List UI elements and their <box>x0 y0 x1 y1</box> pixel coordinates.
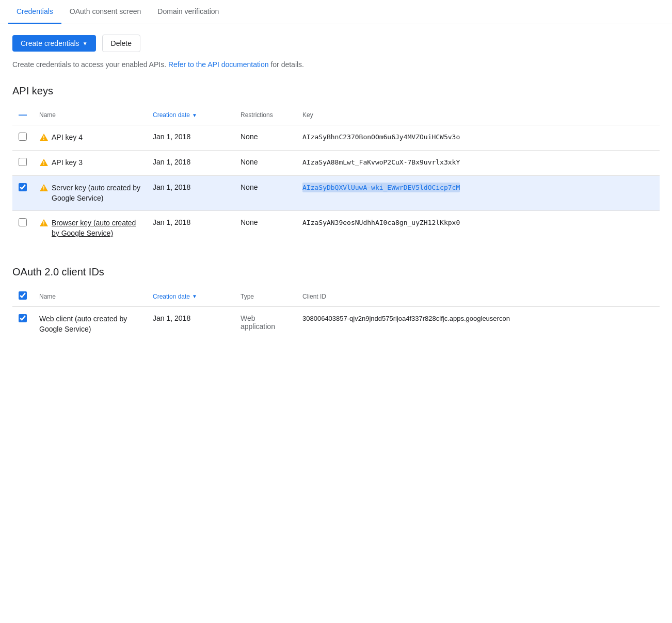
row-name-cell: ! API key 3 <box>33 151 147 176</box>
row-checkbox[interactable] <box>19 314 27 322</box>
warning-icon: ! <box>39 158 49 168</box>
row-check-cell <box>12 211 33 246</box>
oauth-header-checkbox[interactable] <box>19 291 27 300</box>
description-suffix: for details. <box>270 60 304 69</box>
row-check-cell <box>12 125 33 151</box>
api-keys-header-check: — <box>12 105 33 125</box>
oauth-header-check <box>12 286 33 307</box>
row-restrictions-cell: None <box>234 125 296 151</box>
row-key-cell: AIzaSyBhnC2370BonOOm6u6Jy4MVZOuiHCW5v3o <box>296 125 660 151</box>
svg-text:!: ! <box>43 186 44 191</box>
warning-icon: ! <box>39 184 49 193</box>
api-keys-header-restrictions: Restrictions <box>234 105 296 125</box>
sort-creation-date-oauth[interactable]: Creation date ▼ <box>153 293 197 300</box>
row-checkbox[interactable] <box>19 183 27 191</box>
row-restrictions-cell: None <box>234 151 296 176</box>
sort-creation-date[interactable]: Creation date ▼ <box>153 111 197 119</box>
key-name: API key 4 <box>52 133 83 143</box>
row-type-cell: Web application <box>234 307 296 342</box>
key-name: Server key (auto created by Google Servi… <box>52 183 140 203</box>
table-row: Web client (auto created by Google Servi… <box>12 307 660 342</box>
key-name: Browser key (auto created by Google Serv… <box>52 218 140 238</box>
row-checkbox[interactable] <box>19 158 27 166</box>
create-credentials-label: Create credentials <box>21 39 79 47</box>
row-check-cell <box>12 176 33 211</box>
api-keys-header-name: Name <box>33 105 147 125</box>
row-key-cell: AIzaSyDbQXVlUuwA-wki_EWwrDEV5ldOCicp7cM <box>296 176 660 211</box>
row-name-cell: Web client (auto created by Google Servi… <box>33 307 147 342</box>
row-restrictions-cell: None <box>234 211 296 246</box>
row-restrictions-cell: None <box>234 176 296 211</box>
description-text: Create credentials to access your enable… <box>12 60 660 69</box>
tab-credentials[interactable]: Credentials <box>8 0 61 24</box>
table-row: ! API key 4 Jan 1, 2018 None AIzaSyBhnC2… <box>12 125 660 151</box>
row-name-cell: ! Browser key (auto created by Google Se… <box>33 211 147 246</box>
client-name: Web client (auto created by Google Servi… <box>39 315 127 333</box>
oauth-header-type: Type <box>234 286 296 307</box>
table-row: ! Browser key (auto created by Google Se… <box>12 211 660 246</box>
row-date-cell: Jan 1, 2018 <box>147 211 234 246</box>
row-key-cell: AIzaSyA88mLwt_FaKvwoP2CuX-7Bx9uvrlx3xkY <box>296 151 660 176</box>
oauth-header-date: Creation date ▼ <box>147 286 234 307</box>
table-row: ! Server key (auto created by Google Ser… <box>12 176 660 211</box>
key-name: API key 3 <box>52 158 83 168</box>
api-keys-title: API keys <box>12 85 660 97</box>
row-checkbox[interactable] <box>19 218 27 226</box>
row-name-cell: ! API key 4 <box>33 125 147 151</box>
api-keys-table: — Name Creation date ▼ Restrictions Key <box>12 105 660 245</box>
row-date-cell: Jan 1, 2018 <box>147 307 234 342</box>
warning-icon: ! <box>39 219 49 228</box>
tab-oauth-consent[interactable]: OAuth consent screen <box>61 0 150 24</box>
warning-icon: ! <box>39 133 49 143</box>
row-date-cell: Jan 1, 2018 <box>147 176 234 211</box>
oauth-header-client-id: Client ID <box>296 286 660 307</box>
api-keys-header-key: Key <box>296 105 660 125</box>
row-key-cell: AIzaSyAN39eosNUdhhAI0ca8gn_uyZH12lKkpx0 <box>296 211 660 246</box>
row-check-cell <box>12 307 33 342</box>
description-static: Create credentials to access your enable… <box>12 60 166 69</box>
row-date-cell: Jan 1, 2018 <box>147 151 234 176</box>
api-keys-section: API keys — Name Creation date ▼ Restrict… <box>12 85 660 245</box>
api-keys-header-date: Creation date ▼ <box>147 105 234 125</box>
row-date-cell: Jan 1, 2018 <box>147 125 234 151</box>
oauth-clients-table: Name Creation date ▼ Type Client ID <box>12 286 660 341</box>
tab-domain-verification[interactable]: Domain verification <box>149 0 227 24</box>
svg-text:!: ! <box>43 160 44 166</box>
top-nav: Credentials OAuth consent screen Domain … <box>0 0 672 24</box>
sort-arrow-icon: ▼ <box>192 293 197 299</box>
oauth-clients-title: OAuth 2.0 client IDs <box>12 266 660 278</box>
api-doc-link[interactable]: Refer to the API documentation <box>168 60 269 69</box>
svg-text:!: ! <box>43 135 44 141</box>
table-row: ! API key 3 Jan 1, 2018 None AIzaSyA88mL… <box>12 151 660 176</box>
main-content: Create credentials ▼ Delete Create crede… <box>0 24 672 352</box>
svg-text:!: ! <box>43 221 44 226</box>
sort-arrow-icon: ▼ <box>192 112 197 118</box>
header-check-icon: — <box>19 110 27 119</box>
row-checkbox[interactable] <box>19 133 27 141</box>
oauth-header-name: Name <box>33 286 147 307</box>
row-name-cell: ! Server key (auto created by Google Ser… <box>33 176 147 211</box>
create-credentials-button[interactable]: Create credentials ▼ <box>12 35 96 52</box>
delete-button[interactable]: Delete <box>102 35 140 52</box>
dropdown-arrow-icon: ▼ <box>83 41 88 46</box>
row-client-id-cell: 308006403857-qjv2n9jndd575rijoa4f337r828… <box>296 307 660 342</box>
toolbar: Create credentials ▼ Delete <box>12 35 660 52</box>
row-check-cell <box>12 151 33 176</box>
oauth-clients-section: OAuth 2.0 client IDs Name Creation date … <box>12 266 660 341</box>
